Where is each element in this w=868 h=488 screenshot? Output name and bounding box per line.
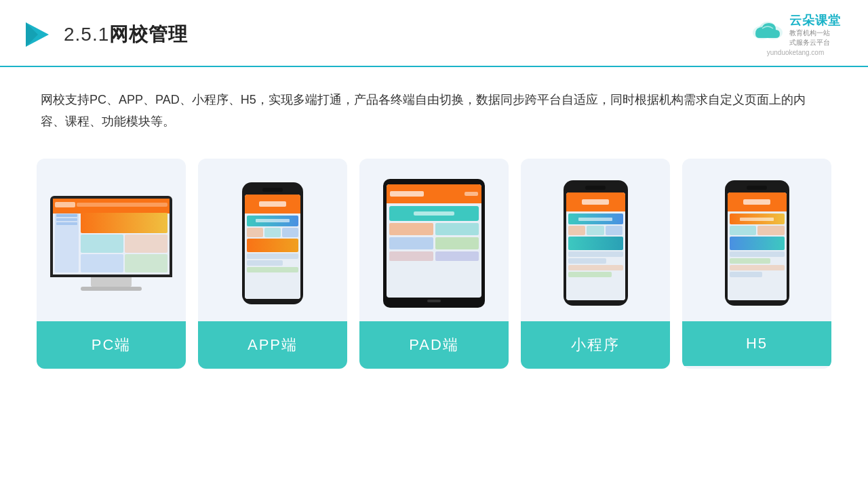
header-right: 云朵课堂 教育机构一站 式服务云平台 yunduoketang.com (750, 12, 841, 56)
card-miniapp-label: 小程序 (521, 321, 670, 369)
card-pad-label: PAD端 (359, 321, 509, 369)
card-app-label: APP端 (198, 321, 347, 369)
card-miniapp-image (521, 159, 670, 321)
header-left: 2.5.1网校管理 (20, 18, 188, 51)
brand-name: 云朵课堂 (789, 12, 841, 28)
brand-url: yunduoketang.com (767, 49, 825, 56)
card-pc-label: PC端 (37, 321, 186, 369)
phone-h5-icon (725, 180, 789, 306)
brand-logo: 云朵课堂 教育机构一站 式服务云平台 yunduoketang.com (750, 12, 841, 56)
card-pc: PC端 (37, 159, 186, 369)
card-pc-image (37, 159, 186, 321)
phone-app-icon (242, 182, 303, 304)
phone-miniapp-icon (564, 180, 628, 306)
page-title: 2.5.1网校管理 (64, 22, 188, 47)
logo-arrow-icon (20, 18, 53, 51)
card-app-image (198, 159, 347, 321)
brand-tagline: 教育机构一站 式服务云平台 (789, 28, 841, 47)
card-h5-image (682, 159, 831, 321)
card-h5-label: H5 (682, 321, 831, 366)
header: 2.5.1网校管理 云朵课堂 教育机构一站 式服务云平台 (0, 0, 868, 67)
card-app: APP端 (198, 159, 347, 369)
card-miniapp: 小程序 (521, 159, 670, 369)
description: 网校支持PC、APP、PAD、小程序、H5，实现多端打通，产品各终端自由切换，数… (0, 67, 868, 140)
pc-monitor-icon (50, 196, 172, 291)
card-h5: H5 (682, 159, 831, 369)
tablet-pad-icon (383, 179, 485, 308)
description-text: 网校支持PC、APP、PAD、小程序、H5，实现多端打通，产品各终端自由切换，数… (41, 89, 827, 133)
card-pad-image (359, 159, 509, 321)
cards-container: PC端 (0, 140, 868, 369)
cloud-icon (750, 18, 785, 42)
card-pad: PAD端 (359, 159, 509, 369)
